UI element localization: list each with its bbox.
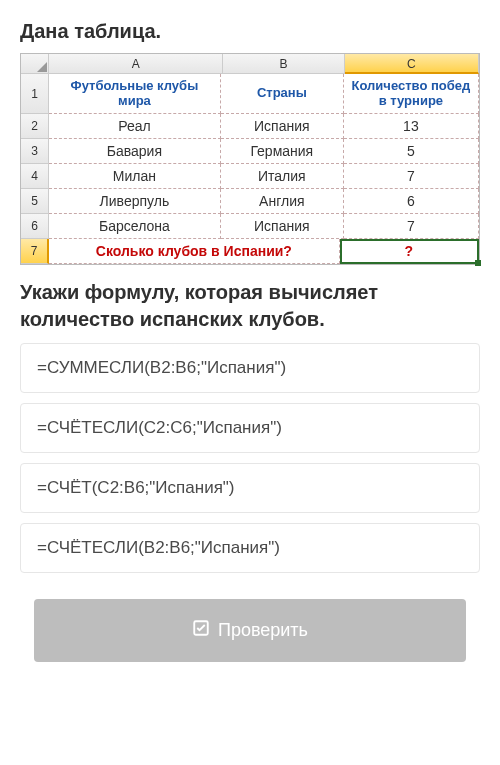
cell-a4: Милан	[49, 164, 221, 189]
answer-option-4[interactable]: =СЧЁТЕСЛИ(B2:B6;"Испания")	[20, 523, 480, 573]
cell-a2: Реал	[49, 114, 221, 139]
cell-c5: 6	[344, 189, 479, 214]
cell-b5: Англия	[221, 189, 344, 214]
cell-c3: 5	[344, 139, 479, 164]
cell-question-mark: ?	[340, 239, 479, 264]
question-instruction: Укажи формулу, которая вычисляет количес…	[20, 279, 480, 333]
col-header-a: A	[49, 54, 223, 74]
cell-b6: Испания	[221, 214, 344, 239]
cell-c2: 13	[344, 114, 479, 139]
col-header-c: C	[345, 54, 479, 74]
check-button[interactable]: Проверить	[34, 599, 466, 662]
spreadsheet-corner	[21, 54, 49, 74]
cell-b2: Испания	[221, 114, 344, 139]
col-header-b: B	[223, 54, 344, 74]
answer-option-2[interactable]: =СЧЁТЕСЛИ(C2:C6;"Испания")	[20, 403, 480, 453]
answer-option-3[interactable]: =СЧЁТ(C2:B6;"Испания")	[20, 463, 480, 513]
cell-a6: Барселона	[49, 214, 221, 239]
answer-option-1[interactable]: =СУММЕСЛИ(B2:B6;"Испания")	[20, 343, 480, 393]
cell-b3: Германия	[221, 139, 344, 164]
answer-options: =СУММЕСЛИ(B2:B6;"Испания") =СЧЁТЕСЛИ(C2:…	[20, 343, 480, 573]
cell-c6: 7	[344, 214, 479, 239]
cell-a5: Ливерпуль	[49, 189, 221, 214]
cell-b1: Страны	[221, 74, 344, 114]
row-header: 4	[21, 164, 49, 189]
row-header: 3	[21, 139, 49, 164]
cell-c4: 7	[344, 164, 479, 189]
row-header: 6	[21, 214, 49, 239]
cell-b4: Италия	[221, 164, 344, 189]
cell-a3: Бавария	[49, 139, 221, 164]
cell-question-text: Сколько клубов в Испании?	[49, 239, 340, 264]
row-header: 7	[21, 239, 49, 264]
row-header: 1	[21, 74, 49, 114]
row-header: 5	[21, 189, 49, 214]
cell-c1: Количество побед в турнире	[344, 74, 479, 114]
spreadsheet-table: A B C 1 Футбольные клубы мира Страны Кол…	[20, 53, 480, 265]
check-icon	[192, 619, 210, 642]
check-button-label: Проверить	[218, 620, 308, 641]
row-header: 2	[21, 114, 49, 139]
intro-heading: Дана таблица.	[20, 20, 480, 43]
cell-a1: Футбольные клубы мира	[49, 74, 221, 114]
